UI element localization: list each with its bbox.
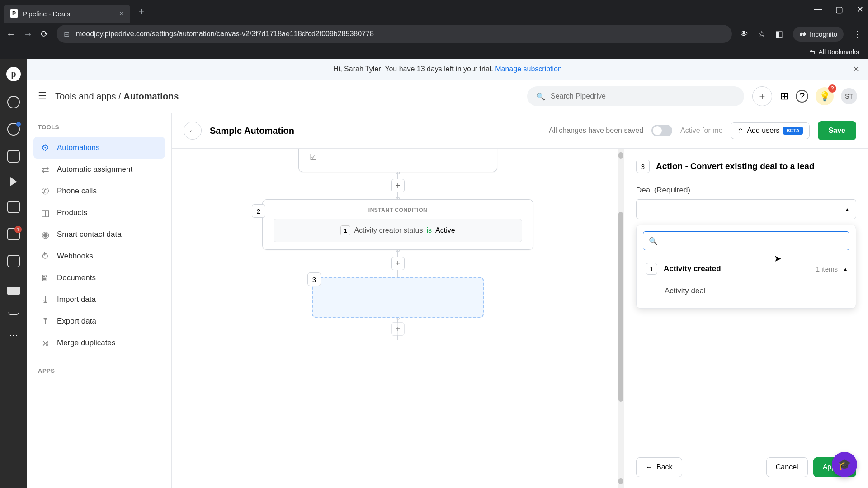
- manage-subscription-link[interactable]: Manage subscription: [495, 65, 562, 73]
- panel-header: 3 Action - Convert existing deal to a le…: [636, 160, 856, 173]
- node-trigger[interactable]: ☑ Activity created: [298, 149, 497, 172]
- condition-row[interactable]: 1 Activity creator status is Active: [274, 219, 522, 242]
- activity-icon: ☑: [310, 152, 317, 162]
- tab-bar: P Pipeline - Deals × + — ▢ ✕: [0, 0, 868, 23]
- breadcrumb: Tools and apps / Automations: [55, 91, 179, 102]
- popup-group-header[interactable]: 1 Activity created 1 items ▴: [643, 258, 849, 280]
- add-step-button[interactable]: +: [391, 322, 405, 336]
- folder-icon: 🗀: [809, 48, 815, 56]
- app-logo[interactable]: p: [6, 67, 21, 81]
- eye-off-icon[interactable]: 👁: [740, 29, 748, 39]
- url-input[interactable]: ⊟ moodjoy.pipedrive.com/settings/automat…: [57, 25, 732, 43]
- url-text: moodjoy.pipedrive.com/settings/automatio…: [76, 30, 374, 38]
- rail-contacts-icon[interactable]: [7, 255, 20, 267]
- menu-icon[interactable]: ⋮: [854, 29, 862, 39]
- popup-search-input[interactable]: [661, 237, 844, 245]
- breadcrumb-separator: /: [118, 91, 123, 101]
- panel-back-button[interactable]: ← Back: [636, 457, 682, 477]
- save-status: All changes have been saved: [549, 127, 643, 135]
- avatar[interactable]: ST: [841, 88, 857, 104]
- addr-right-icons: 👁 ☆ ◧ 🕶 Incognito ⋮: [740, 27, 862, 42]
- popup-search[interactable]: 🔍: [643, 231, 849, 250]
- star-icon[interactable]: ☆: [758, 29, 765, 39]
- sidebar-heading-apps: APPS: [33, 367, 165, 380]
- breadcrumb-parent[interactable]: Tools and apps: [55, 91, 116, 101]
- tab-title: Pipeline - Deals: [23, 10, 114, 18]
- panel-icon[interactable]: ◧: [775, 29, 783, 39]
- rail-marketplace-icon[interactable]: [8, 309, 19, 315]
- add-users-button[interactable]: ⇪ Add users BETA: [731, 122, 809, 139]
- rail-target-icon[interactable]: [7, 96, 20, 108]
- main-area: Hi, Sarah Tyler! You have 13 days left i…: [27, 59, 868, 488]
- save-button[interactable]: Save: [818, 121, 856, 140]
- help-icon[interactable]: ?: [796, 90, 808, 103]
- all-bookmarks-link[interactable]: All Bookmarks: [819, 48, 859, 56]
- sidebar-item-import[interactable]: ⤓Import data: [33, 289, 165, 310]
- back-label: Back: [656, 463, 673, 471]
- rail-mail-icon[interactable]: [7, 201, 20, 213]
- deal-dropdown[interactable]: ▴: [636, 199, 856, 219]
- sidebar-item-assignment[interactable]: ⇄Automatic assignment: [33, 159, 165, 180]
- browser-tab[interactable]: P Pipeline - Deals ×: [4, 5, 130, 23]
- merge-icon: ⤨: [40, 338, 51, 348]
- puzzle-icon[interactable]: ⊞: [780, 90, 788, 102]
- node-placeholder[interactable]: 3: [312, 277, 484, 318]
- close-window-icon[interactable]: ✕: [857, 5, 863, 14]
- sidebar-item-smart-data[interactable]: ◉Smart contact data: [33, 224, 165, 245]
- help-fab[interactable]: 🎓: [832, 452, 857, 477]
- panel-footer: ← Back Cancel Apply a: [636, 448, 856, 477]
- banner-close-icon[interactable]: ×: [853, 63, 859, 75]
- tab-close-icon[interactable]: ×: [119, 9, 124, 19]
- scrollbar-down[interactable]: [618, 478, 623, 484]
- search-input[interactable]: 🔍 Search Pipedrive: [527, 86, 744, 106]
- rail-more-icon[interactable]: ⋯: [9, 330, 18, 341]
- sidebar-item-label: Webhooks: [57, 252, 93, 261]
- back-icon[interactable]: ←: [6, 29, 15, 39]
- sidebar-item-automations[interactable]: ⚙Automations: [33, 137, 165, 159]
- cancel-button[interactable]: Cancel: [766, 457, 808, 477]
- add-step-button[interactable]: +: [391, 257, 405, 270]
- scrollbar-thumb[interactable]: [618, 212, 623, 402]
- sidebar-heading-tools: TOOLS: [33, 124, 165, 137]
- rail-campaigns-icon[interactable]: [10, 177, 17, 186]
- rail-insights-icon[interactable]: 1: [7, 228, 20, 240]
- sidebar-item-label: Export data: [57, 317, 96, 326]
- export-icon: ⤒: [40, 316, 51, 327]
- tips-icon[interactable]: 💡: [816, 87, 834, 105]
- site-settings-icon[interactable]: ⊟: [64, 30, 70, 38]
- sidebar-toggle-icon[interactable]: ☰: [38, 90, 47, 102]
- reload-icon[interactable]: ⟳: [41, 28, 48, 39]
- rail-calendar-icon[interactable]: [7, 150, 20, 163]
- add-step-button[interactable]: +: [391, 179, 405, 192]
- scrollbar[interactable]: [618, 149, 624, 488]
- forward-icon[interactable]: →: [24, 29, 33, 39]
- active-toggle[interactable]: [651, 125, 672, 136]
- banner-text: Hi, Sarah Tyler! You have 13 days left i…: [333, 65, 495, 73]
- scrollbar-up[interactable]: [618, 152, 623, 159]
- node-condition[interactable]: 2 INSTANT CONDITION 1 Activity creator s…: [262, 199, 533, 250]
- sidebar-item-webhooks[interactable]: ⥁Webhooks: [33, 245, 165, 267]
- group-title: Activity created: [664, 264, 810, 273]
- node-number: 3: [307, 272, 321, 286]
- minimize-icon[interactable]: —: [814, 5, 822, 14]
- maximize-icon[interactable]: ▢: [835, 5, 843, 14]
- dropdown-popup: 🔍 1 Activity created 1 items ▴ Activity …: [636, 225, 856, 309]
- sidebar-item-merge[interactable]: ⤨Merge duplicates: [33, 332, 165, 354]
- canvas-area: ← Sample Automation All changes have bee…: [172, 113, 868, 488]
- new-tab-button[interactable]: +: [134, 5, 149, 17]
- sidebar-item-phone[interactable]: ✆Phone calls: [33, 180, 165, 202]
- incognito-indicator[interactable]: 🕶 Incognito: [793, 27, 844, 42]
- caret-up-icon: ▴: [846, 206, 849, 212]
- sidebar-item-export[interactable]: ⤒Export data: [33, 310, 165, 332]
- group-ref-number: 1: [646, 263, 657, 275]
- arrow-left-icon: ←: [646, 463, 653, 471]
- add-button[interactable]: +: [752, 86, 772, 106]
- sidebar-item-documents[interactable]: 🗎Documents: [33, 267, 165, 289]
- rail-reports-icon[interactable]: [7, 282, 20, 295]
- rail-deals-icon[interactable]: [7, 123, 20, 136]
- sidebar-item-label: Products: [57, 208, 87, 217]
- canvas-scroll[interactable]: ☑ Activity created + 2: [172, 149, 624, 488]
- dropdown-option-activity-deal[interactable]: Activity deal: [643, 280, 849, 302]
- sidebar-item-products[interactable]: ◫Products: [33, 202, 165, 224]
- back-button[interactable]: ←: [184, 122, 202, 140]
